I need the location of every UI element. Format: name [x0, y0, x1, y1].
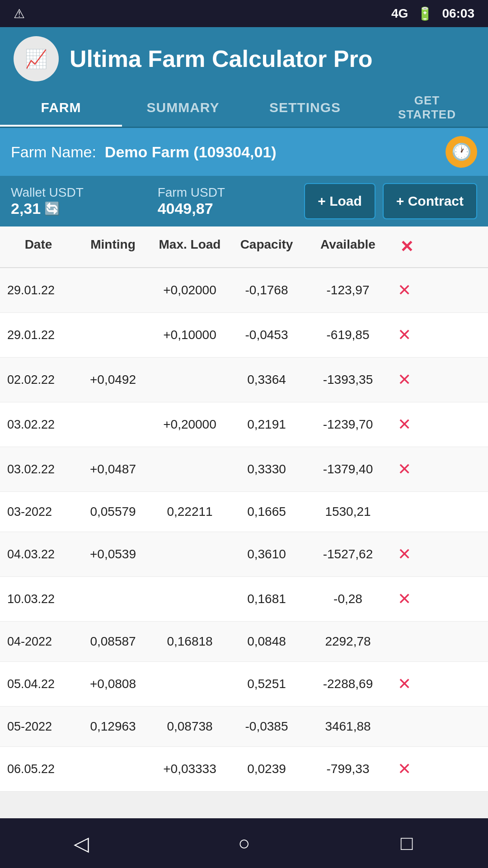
recent-button[interactable]: □: [384, 821, 429, 866]
delete-row-button[interactable]: ✕: [398, 326, 411, 344]
cell-maxload: +0,03333: [149, 749, 230, 789]
delete-row-button[interactable]: ✕: [398, 460, 411, 479]
home-button[interactable]: ○: [221, 821, 267, 866]
farm-usdt-label: Farm USDT: [158, 185, 296, 200]
load-button[interactable]: + Load: [304, 183, 375, 219]
tab-get-started[interactable]: GETSTARTED: [366, 90, 488, 127]
bottom-nav: ◁ ○ □: [0, 818, 488, 868]
table-body: 29.01.22 +0,02000 -0,1768 -123,97 ✕ 29.0…: [0, 268, 488, 792]
cell-date: 04.03.22: [0, 535, 77, 574]
cell-maxload: [149, 542, 230, 567]
wallet-row: Wallet USDT 2,31 🔄 Farm USDT 4049,87 + L…: [0, 176, 488, 226]
table-row: 03.02.22 +0,0487 0,3330 -1379,40 ✕: [0, 447, 488, 492]
delete-row-button[interactable]: ✕: [398, 545, 411, 564]
app-logo: 📈: [14, 36, 59, 81]
delete-icon: ✕: [398, 590, 411, 609]
cell-delete[interactable]: ✕: [393, 268, 420, 312]
cell-minting: 0,12963: [77, 707, 149, 746]
table-row: 29.01.22 +0,10000 -0,0453 -619,85 ✕: [0, 313, 488, 358]
status-time: 06:03: [442, 6, 474, 21]
table-header: Date Minting Max. Load Capacity Availabl…: [0, 226, 488, 268]
table-row: 02.02.22 +0,0492 0,3364 -1393,35 ✕: [0, 358, 488, 402]
warning-icon: ⚠: [14, 6, 25, 21]
cell-delete[interactable]: ✕: [393, 577, 420, 621]
wallet-info: Wallet USDT 2,31 🔄: [11, 185, 149, 217]
delete-icon: ✕: [398, 460, 411, 479]
cell-maxload: 0,22211: [149, 492, 230, 532]
cell-maxload: [149, 367, 230, 392]
tab-settings[interactable]: SETTINGS: [244, 90, 366, 127]
cell-date: 29.01.22: [0, 316, 77, 355]
farm-info: Farm USDT 4049,87: [158, 185, 296, 217]
wallet-value: 2,31 🔄: [11, 200, 149, 217]
app-title: Ultima Farm Calculator Pro: [70, 45, 372, 72]
cell-delete[interactable]: ✕: [393, 313, 420, 357]
cell-delete[interactable]: ✕: [393, 447, 420, 491]
cell-available: -2288,69: [303, 664, 393, 704]
cell-available: -619,85: [303, 315, 393, 355]
table-row: 03-2022 0,05579 0,22211 0,1665 1530,21: [0, 492, 488, 532]
delete-all-icon[interactable]: ✕: [400, 237, 413, 256]
cell-capacity: -0,1768: [230, 270, 303, 310]
cell-minting: [77, 412, 149, 437]
table-row: 05.04.22 +0,0808 0,5251 -2288,69 ✕: [0, 662, 488, 707]
battery-icon: 🔋: [417, 6, 433, 21]
contract-button[interactable]: + Contract: [383, 183, 477, 219]
delete-icon: ✕: [398, 760, 411, 778]
cell-capacity: 0,5251: [230, 664, 303, 704]
delete-row-button[interactable]: ✕: [398, 760, 411, 778]
cell-minting: [77, 756, 149, 782]
delete-row-button[interactable]: ✕: [398, 415, 411, 434]
cell-available: 1530,21: [303, 492, 393, 532]
cell-available: -123,97: [303, 270, 393, 310]
farm-name-label: Farm Name:: [11, 143, 96, 160]
action-buttons: + Load + Contract: [304, 183, 477, 219]
cell-maxload: +0,02000: [149, 270, 230, 310]
refresh-icon[interactable]: 🔄: [44, 201, 60, 216]
cell-date: 05-2022: [0, 707, 77, 746]
cell-date: 06.05.22: [0, 750, 77, 789]
col-header-maxload: Max. Load: [149, 226, 230, 267]
app-header: 📈 Ultima Farm Calculator Pro: [0, 27, 488, 90]
cell-capacity: 0,0848: [230, 622, 303, 661]
cell-delete[interactable]: ✕: [393, 532, 420, 576]
cell-maxload: [149, 457, 230, 482]
cell-date: 05.04.22: [0, 665, 77, 704]
cell-minting: +0,0808: [77, 664, 149, 704]
cell-available: -0,28: [303, 579, 393, 619]
delete-icon: ✕: [398, 545, 411, 564]
cell-maxload: 0,16818: [149, 622, 230, 661]
col-header-delete: ✕: [393, 226, 420, 267]
cell-capacity: -0,0453: [230, 315, 303, 355]
cell-delete[interactable]: ✕: [393, 358, 420, 402]
cell-minting: 0,05579: [77, 492, 149, 532]
tabs-bar: FARM SUMMARY SETTINGS GETSTARTED: [0, 90, 488, 128]
cell-delete[interactable]: ✕: [393, 662, 420, 706]
cell-date: 04-2022: [0, 622, 77, 661]
cell-minting: 0,08587: [77, 622, 149, 661]
delete-row-button[interactable]: ✕: [398, 281, 411, 300]
cell-available: 2292,78: [303, 622, 393, 661]
delete-row-button[interactable]: ✕: [398, 675, 411, 693]
clock-button[interactable]: 🕐: [446, 136, 477, 168]
cell-capacity: 0,3330: [230, 449, 303, 489]
table-row: 04.03.22 +0,0539 0,3610 -1527,62 ✕: [0, 532, 488, 577]
delete-row-button[interactable]: ✕: [398, 590, 411, 609]
tab-farm[interactable]: FARM: [0, 90, 122, 127]
cell-capacity: 0,3610: [230, 534, 303, 574]
back-button[interactable]: ◁: [59, 821, 104, 866]
tab-summary[interactable]: SUMMARY: [122, 90, 244, 127]
cell-date: 29.01.22: [0, 271, 77, 310]
cell-capacity: 0,2191: [230, 405, 303, 444]
cell-minting: [77, 322, 149, 348]
cell-capacity: 0,1681: [230, 579, 303, 619]
cell-delete[interactable]: ✕: [393, 747, 420, 791]
cell-date: 02.02.22: [0, 360, 77, 400]
farm-name-value: Demo Farm (109304,01): [105, 143, 277, 160]
table-row: 05-2022 0,12963 0,08738 -0,0385 3461,88: [0, 707, 488, 747]
cell-maxload: [149, 671, 230, 697]
cell-delete[interactable]: ✕: [393, 402, 420, 447]
delete-row-button[interactable]: ✕: [398, 370, 411, 389]
network-signal: 4G: [391, 6, 408, 21]
cell-date: 03.02.22: [0, 450, 77, 489]
